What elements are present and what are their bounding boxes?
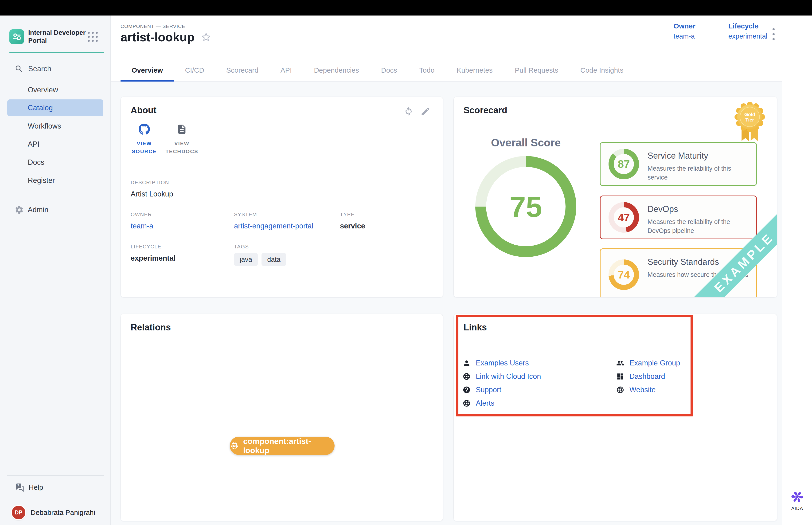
group-icon	[616, 359, 624, 367]
lifecycle-field-value: experimental	[131, 254, 175, 262]
chip-icon	[230, 441, 239, 450]
metric-name: Service Maturity	[647, 151, 708, 161]
gold-tier-line1: Gold	[744, 112, 755, 117]
aida-flower-icon	[791, 490, 804, 504]
help-button[interactable]: ? Help	[14, 482, 43, 493]
apps-grid-icon[interactable]	[88, 32, 98, 42]
aida-widget[interactable]: AIDA	[786, 490, 808, 511]
sidebar-item-workflows[interactable]: Workflows	[0, 117, 111, 135]
user-menu[interactable]: DP Debabrata Panigrahi	[12, 506, 95, 519]
description-value: Artist Lookup	[131, 190, 173, 198]
tab-docs[interactable]: Docs	[370, 59, 408, 81]
lifecycle-label: Lifecycle	[729, 22, 767, 30]
tab-kubernetes[interactable]: Kubernetes	[445, 59, 504, 81]
metric-card-devops[interactable]: 47 DevOps Measures the reliability of th…	[600, 196, 757, 239]
globe-icon	[463, 373, 471, 380]
metric-name: Security Standards	[647, 257, 719, 267]
sidebar-item-api[interactable]: API	[0, 135, 111, 153]
sidebar: Internal Developer Portal Search Overvie…	[0, 15, 111, 525]
owner-field-label: OWNER	[131, 211, 153, 217]
brand[interactable]: Internal Developer Portal	[10, 29, 103, 45]
right-gutter: AIDA	[782, 15, 812, 525]
lifecycle-field-label: LIFECYCLE	[131, 244, 175, 250]
brand-title: Internal Developer Portal	[28, 29, 86, 45]
sidebar-item-docs[interactable]: Docs	[0, 153, 111, 171]
owner-field-value[interactable]: team-a	[131, 222, 153, 230]
view-techdocs-label: VIEW TECHDOCS	[165, 139, 198, 155]
tab-overview[interactable]: Overview	[121, 59, 174, 81]
service-maturity-donut: 87	[609, 149, 639, 179]
sidebar-item-overview[interactable]: Overview	[0, 81, 111, 99]
help-icon	[463, 386, 471, 394]
tags-field-label: TAGS	[234, 244, 286, 250]
edit-pencil-icon[interactable]	[420, 106, 431, 117]
sidebar-item-admin[interactable]: Admin	[15, 205, 48, 215]
about-title: About	[131, 105, 156, 115]
tag-chip[interactable]: java	[234, 253, 258, 266]
admin-label: Admin	[28, 206, 48, 214]
page-header: COMPONENT — SERVICE artist-lookup Owner …	[111, 15, 812, 59]
scorecard-title: Scorecard	[463, 105, 507, 115]
security-standards-score: 74	[609, 259, 639, 290]
type-field-value: service	[340, 222, 365, 230]
link-alerts[interactable]: Alerts	[463, 398, 541, 408]
tab-cicd[interactable]: CI/CD	[174, 59, 215, 81]
owner-label: Owner	[674, 22, 695, 30]
globe-icon	[463, 399, 471, 407]
sidebar-search[interactable]: Search	[15, 64, 51, 73]
sidebar-item-register[interactable]: Register	[0, 171, 111, 190]
gold-tier-badge: Gold Tier	[734, 101, 766, 142]
entity-kind-eyebrow: COMPONENT — SERVICE	[121, 24, 185, 29]
service-maturity-score: 87	[609, 149, 639, 179]
search-icon	[15, 64, 24, 73]
top-black-bar	[0, 0, 812, 15]
sidebar-item-catalog[interactable]: Catalog	[7, 100, 103, 116]
github-icon	[139, 123, 150, 135]
entity-tabs: Overview CI/CD Scorecard API Dependencie…	[111, 59, 782, 81]
security-standards-donut: 74	[609, 259, 639, 290]
overall-score-donut: 75	[475, 156, 576, 257]
metric-description: Measures the reliability of the DevOps p…	[647, 217, 749, 235]
tag-chip[interactable]: data	[261, 253, 286, 266]
tab-dependencies[interactable]: Dependencies	[303, 59, 370, 81]
link-website[interactable]: Website	[616, 385, 680, 395]
link-support[interactable]: Support	[463, 385, 541, 395]
system-field-label: SYSTEM	[234, 211, 313, 217]
refresh-icon[interactable]	[403, 106, 414, 117]
sidebar-nav: Overview Catalog Workflows API Docs Regi…	[0, 81, 111, 190]
view-source-label: VIEW SOURCE	[128, 139, 161, 155]
metric-card-service-maturity[interactable]: 87 Service Maturity Measures the reliabi…	[600, 142, 757, 186]
document-icon	[177, 123, 187, 135]
view-techdocs-link[interactable]: VIEW TECHDOCS	[165, 123, 198, 155]
links-title: Links	[463, 322, 487, 332]
tab-api[interactable]: API	[270, 59, 303, 81]
metric-name: DevOps	[647, 204, 678, 214]
tab-pull-requests[interactable]: Pull Requests	[504, 59, 569, 81]
tab-code-insights[interactable]: Code Insights	[569, 59, 634, 81]
view-source-link[interactable]: VIEW SOURCE	[128, 123, 161, 155]
link-example-group[interactable]: Example Group	[616, 358, 680, 368]
gold-tier-line2: Tier	[746, 117, 754, 122]
more-options-kebab-icon[interactable]	[772, 28, 775, 43]
user-name: Debabrata Panigrahi	[31, 509, 95, 516]
help-chat-icon: ?	[14, 482, 25, 493]
svg-text:?: ?	[17, 484, 19, 488]
aida-label: AIDA	[786, 506, 808, 511]
tab-scorecard[interactable]: Scorecard	[215, 59, 270, 81]
search-label: Search	[28, 65, 51, 73]
brand-divider	[10, 52, 104, 53]
overall-score-value: 75	[475, 156, 576, 257]
relation-chip-label: component:artist-lookup	[243, 437, 335, 455]
tab-todo[interactable]: Todo	[408, 59, 445, 81]
app-window: Internal Developer Portal Search Overvie…	[0, 0, 812, 525]
devops-donut: 47	[609, 202, 639, 232]
favorite-star-icon[interactable]	[201, 32, 212, 43]
owner-value[interactable]: team-a	[674, 32, 695, 40]
link-dashboard[interactable]: Dashboard	[616, 372, 680, 381]
metric-description: Measures the reliability of this service	[647, 164, 749, 182]
link-with-cloud-icon[interactable]: Link with Cloud Icon	[463, 372, 541, 381]
relation-entity-chip[interactable]: component:artist-lookup	[230, 437, 335, 455]
lifecycle-meta: Lifecycle experimental	[729, 22, 767, 40]
link-examples-users[interactable]: Examples Users	[463, 358, 541, 368]
system-field-value[interactable]: artist-engagement-portal	[234, 222, 313, 230]
